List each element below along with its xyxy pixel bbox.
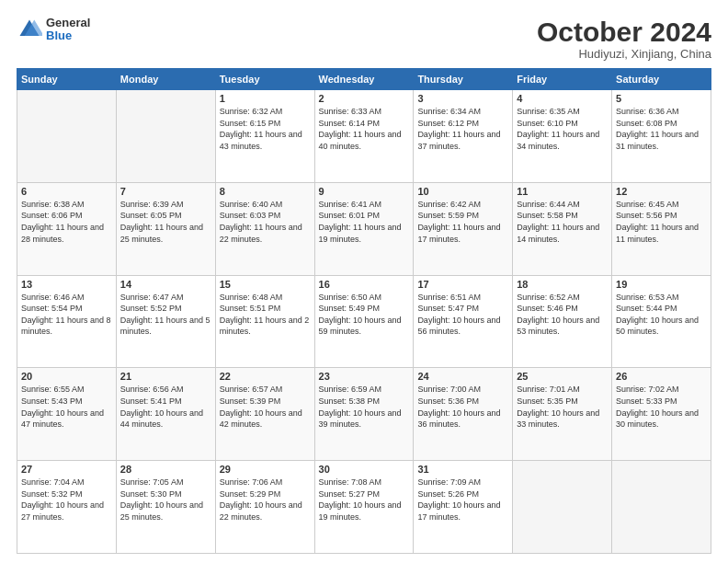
- day-detail: Sunrise: 7:08 AM Sunset: 5:27 PM Dayligh…: [319, 477, 410, 523]
- calendar-day-cell: 24Sunrise: 7:00 AM Sunset: 5:36 PM Dayli…: [414, 368, 513, 461]
- day-detail: Sunrise: 6:55 AM Sunset: 5:43 PM Dayligh…: [21, 384, 112, 430]
- calendar-day-cell: 7Sunrise: 6:39 AM Sunset: 6:05 PM Daylig…: [116, 182, 215, 275]
- weekday-header: Wednesday: [314, 69, 414, 90]
- day-detail: Sunrise: 6:42 AM Sunset: 5:59 PM Dayligh…: [417, 199, 508, 245]
- calendar-day-cell: 13Sunrise: 6:46 AM Sunset: 5:54 PM Dayli…: [17, 275, 117, 368]
- day-detail: Sunrise: 6:56 AM Sunset: 5:41 PM Dayligh…: [120, 384, 211, 430]
- calendar-day-cell: 29Sunrise: 7:06 AM Sunset: 5:29 PM Dayli…: [215, 461, 314, 554]
- day-number: 9: [319, 186, 410, 197]
- day-detail: Sunrise: 6:52 AM Sunset: 5:46 PM Dayligh…: [517, 292, 608, 338]
- calendar-day-cell: 31Sunrise: 7:09 AM Sunset: 5:26 PM Dayli…: [414, 461, 513, 554]
- calendar-day-cell: 27Sunrise: 7:04 AM Sunset: 5:32 PM Dayli…: [17, 461, 117, 554]
- day-detail: Sunrise: 6:33 AM Sunset: 6:14 PM Dayligh…: [319, 106, 410, 152]
- logo: General Blue: [17, 17, 90, 43]
- day-detail: Sunrise: 7:09 AM Sunset: 5:26 PM Dayligh…: [417, 477, 508, 523]
- calendar-week-row: 27Sunrise: 7:04 AM Sunset: 5:32 PM Dayli…: [17, 461, 711, 554]
- day-number: 11: [517, 186, 608, 197]
- day-number: 20: [21, 371, 112, 382]
- calendar-week-row: 13Sunrise: 6:46 AM Sunset: 5:54 PM Dayli…: [17, 275, 711, 368]
- day-number: 5: [616, 93, 707, 104]
- day-number: 27: [21, 464, 112, 475]
- day-number: 14: [120, 279, 211, 290]
- day-detail: Sunrise: 6:38 AM Sunset: 6:06 PM Dayligh…: [21, 199, 112, 245]
- header: General Blue October 2024 Hudiyuzi, Xinj…: [17, 17, 711, 61]
- calendar-day-cell: 15Sunrise: 6:48 AM Sunset: 5:51 PM Dayli…: [215, 275, 314, 368]
- logo-text: General Blue: [46, 17, 90, 43]
- weekday-row: SundayMondayTuesdayWednesdayThursdayFrid…: [17, 69, 711, 90]
- logo-general-text: General: [46, 17, 90, 29]
- calendar-day-cell: 1Sunrise: 6:32 AM Sunset: 6:15 PM Daylig…: [215, 90, 314, 183]
- calendar-header: SundayMondayTuesdayWednesdayThursdayFrid…: [17, 69, 711, 90]
- calendar-day-cell: 22Sunrise: 6:57 AM Sunset: 5:39 PM Dayli…: [215, 368, 314, 461]
- day-number: 22: [220, 371, 311, 382]
- location-subtitle: Hudiyuzi, Xinjiang, China: [537, 47, 711, 61]
- calendar-table: SundayMondayTuesdayWednesdayThursdayFrid…: [17, 68, 711, 554]
- calendar-day-cell: 4Sunrise: 6:35 AM Sunset: 6:10 PM Daylig…: [513, 90, 612, 183]
- calendar-day-cell: 19Sunrise: 6:53 AM Sunset: 5:44 PM Dayli…: [612, 275, 711, 368]
- calendar-day-cell: 3Sunrise: 6:34 AM Sunset: 6:12 PM Daylig…: [414, 90, 513, 183]
- calendar-day-cell: 30Sunrise: 7:08 AM Sunset: 5:27 PM Dayli…: [314, 461, 414, 554]
- day-number: 15: [220, 279, 311, 290]
- day-detail: Sunrise: 7:05 AM Sunset: 5:30 PM Dayligh…: [120, 477, 211, 523]
- day-number: 10: [417, 186, 508, 197]
- day-number: 26: [616, 371, 707, 382]
- calendar-day-cell: 20Sunrise: 6:55 AM Sunset: 5:43 PM Dayli…: [17, 368, 117, 461]
- calendar-week-row: 1Sunrise: 6:32 AM Sunset: 6:15 PM Daylig…: [17, 90, 711, 183]
- calendar-day-cell: 8Sunrise: 6:40 AM Sunset: 6:03 PM Daylig…: [215, 182, 314, 275]
- calendar-day-cell: 16Sunrise: 6:50 AM Sunset: 5:49 PM Dayli…: [314, 275, 414, 368]
- calendar-day-cell: 9Sunrise: 6:41 AM Sunset: 6:01 PM Daylig…: [314, 182, 414, 275]
- day-number: 6: [21, 186, 112, 197]
- title-area: October 2024 Hudiyuzi, Xinjiang, China: [537, 17, 711, 61]
- day-number: 21: [120, 371, 211, 382]
- calendar-week-row: 6Sunrise: 6:38 AM Sunset: 6:06 PM Daylig…: [17, 182, 711, 275]
- day-detail: Sunrise: 6:36 AM Sunset: 6:08 PM Dayligh…: [616, 106, 707, 152]
- logo-icon: [17, 17, 42, 42]
- calendar-day-cell: [17, 90, 117, 183]
- day-detail: Sunrise: 6:50 AM Sunset: 5:49 PM Dayligh…: [319, 292, 410, 338]
- day-number: 2: [319, 93, 410, 104]
- day-detail: Sunrise: 6:59 AM Sunset: 5:38 PM Dayligh…: [319, 384, 410, 430]
- day-detail: Sunrise: 6:47 AM Sunset: 5:52 PM Dayligh…: [120, 292, 211, 338]
- day-detail: Sunrise: 6:32 AM Sunset: 6:15 PM Dayligh…: [220, 106, 311, 152]
- calendar-day-cell: 18Sunrise: 6:52 AM Sunset: 5:46 PM Dayli…: [513, 275, 612, 368]
- month-title: October 2024: [537, 17, 711, 47]
- day-detail: Sunrise: 6:41 AM Sunset: 6:01 PM Dayligh…: [319, 199, 410, 245]
- day-detail: Sunrise: 6:39 AM Sunset: 6:05 PM Dayligh…: [120, 199, 211, 245]
- day-number: 13: [21, 279, 112, 290]
- day-detail: Sunrise: 6:53 AM Sunset: 5:44 PM Dayligh…: [616, 292, 707, 338]
- day-number: 25: [517, 371, 608, 382]
- day-detail: Sunrise: 6:35 AM Sunset: 6:10 PM Dayligh…: [517, 106, 608, 152]
- calendar-body: 1Sunrise: 6:32 AM Sunset: 6:15 PM Daylig…: [17, 90, 711, 554]
- day-number: 7: [120, 186, 211, 197]
- calendar-day-cell: 21Sunrise: 6:56 AM Sunset: 5:41 PM Dayli…: [116, 368, 215, 461]
- day-detail: Sunrise: 7:00 AM Sunset: 5:36 PM Dayligh…: [417, 384, 508, 430]
- calendar-day-cell: 26Sunrise: 7:02 AM Sunset: 5:33 PM Dayli…: [612, 368, 711, 461]
- day-number: 31: [417, 464, 508, 475]
- calendar-day-cell: 28Sunrise: 7:05 AM Sunset: 5:30 PM Dayli…: [116, 461, 215, 554]
- day-number: 18: [517, 279, 608, 290]
- calendar-day-cell: 17Sunrise: 6:51 AM Sunset: 5:47 PM Dayli…: [414, 275, 513, 368]
- day-number: 1: [220, 93, 311, 104]
- calendar-day-cell: 5Sunrise: 6:36 AM Sunset: 6:08 PM Daylig…: [612, 90, 711, 183]
- calendar-week-row: 20Sunrise: 6:55 AM Sunset: 5:43 PM Dayli…: [17, 368, 711, 461]
- day-detail: Sunrise: 6:46 AM Sunset: 5:54 PM Dayligh…: [21, 292, 112, 338]
- day-number: 28: [120, 464, 211, 475]
- calendar-day-cell: [116, 90, 215, 183]
- day-number: 3: [417, 93, 508, 104]
- day-number: 19: [616, 279, 707, 290]
- calendar-day-cell: 6Sunrise: 6:38 AM Sunset: 6:06 PM Daylig…: [17, 182, 117, 275]
- day-detail: Sunrise: 6:44 AM Sunset: 5:58 PM Dayligh…: [517, 199, 608, 245]
- logo-blue-text: Blue: [46, 29, 90, 42]
- calendar-day-cell: 12Sunrise: 6:45 AM Sunset: 5:56 PM Dayli…: [612, 182, 711, 275]
- page: General Blue October 2024 Hudiyuzi, Xinj…: [0, 0, 728, 563]
- day-detail: Sunrise: 6:57 AM Sunset: 5:39 PM Dayligh…: [220, 384, 311, 430]
- day-detail: Sunrise: 6:40 AM Sunset: 6:03 PM Dayligh…: [220, 199, 311, 245]
- day-detail: Sunrise: 7:01 AM Sunset: 5:35 PM Dayligh…: [517, 384, 608, 430]
- day-detail: Sunrise: 7:06 AM Sunset: 5:29 PM Dayligh…: [220, 477, 311, 523]
- day-number: 17: [417, 279, 508, 290]
- day-detail: Sunrise: 6:51 AM Sunset: 5:47 PM Dayligh…: [417, 292, 508, 338]
- weekday-header: Saturday: [612, 69, 711, 90]
- day-detail: Sunrise: 7:04 AM Sunset: 5:32 PM Dayligh…: [21, 477, 112, 523]
- day-number: 24: [417, 371, 508, 382]
- weekday-header: Friday: [513, 69, 612, 90]
